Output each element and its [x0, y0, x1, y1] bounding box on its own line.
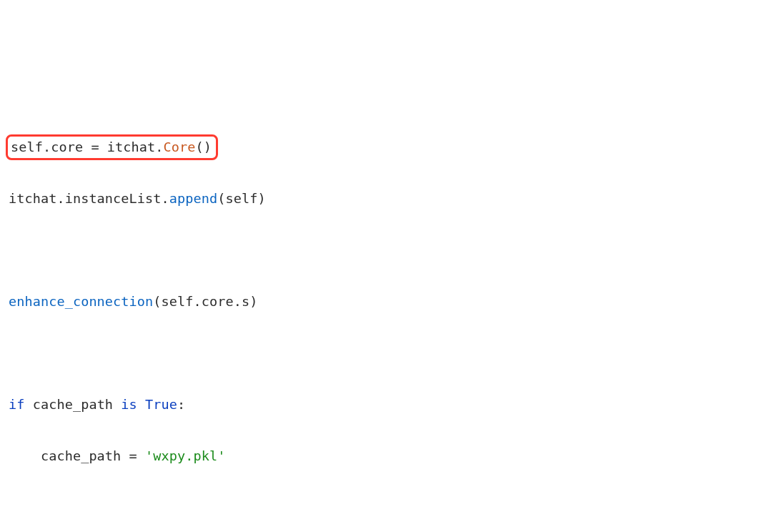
code-block: self.core = itchat.Core() itchat.instanc…: [9, 109, 763, 532]
code-token: append: [169, 191, 217, 206]
code-line-8: [9, 495, 763, 521]
code-token: (self): [217, 191, 265, 206]
code-token: itchat.instanceList.: [9, 191, 169, 206]
code-token: :: [177, 397, 185, 412]
code-token: is: [121, 397, 137, 412]
code-line-2: itchat.instanceList.append(self): [9, 186, 763, 212]
code-token: 'wxpy.pkl': [145, 448, 225, 463]
code-token: True: [145, 397, 177, 412]
highlight-box-1: self.core = itchat.Core(): [6, 134, 218, 160]
code-token: enhance_connection: [9, 294, 153, 309]
code-token: (): [195, 139, 211, 154]
code-line-7: cache_path = 'wxpy.pkl': [9, 443, 763, 469]
code-line-4: enhance_connection(self.core.s): [9, 289, 763, 315]
code-token: cache_path: [24, 397, 121, 412]
code-token: Core: [164, 139, 196, 154]
code-line-3: [9, 237, 763, 263]
code-token: [137, 397, 145, 412]
code-line-1: self.core = itchat.Core(): [9, 134, 763, 160]
code-line-5: [9, 340, 763, 366]
code-line-6: if cache_path is True:: [9, 392, 763, 418]
code-token: self.core = itchat.: [11, 139, 164, 154]
code-token: if: [9, 397, 24, 412]
code-token: (self.core.s): [153, 294, 257, 309]
code-token: cache_path =: [9, 448, 145, 463]
